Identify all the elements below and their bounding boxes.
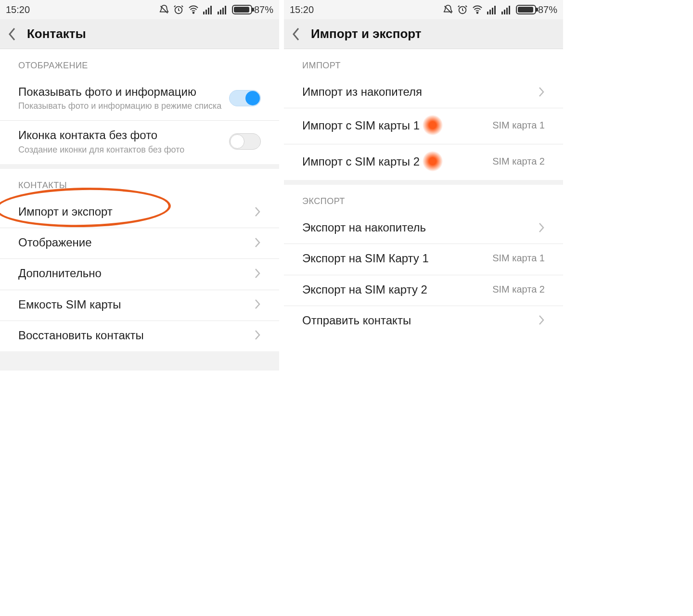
section-display: ОТОБРАЖЕНИЕ (0, 49, 279, 77)
status-bar: 15:20 87% (284, 0, 563, 19)
header: Импорт и экспорт (284, 19, 563, 49)
back-icon[interactable] (292, 27, 300, 41)
row-title: Емкость SIM карты (18, 297, 247, 312)
row-value: SIM карта 2 (492, 156, 545, 167)
chevron-right-icon (254, 329, 261, 341)
section-export: ЭКСПОРТ (284, 185, 563, 213)
page-title: Контакты (27, 26, 86, 41)
row-show-photo[interactable]: Показывать фото и информацию Показывать … (0, 77, 279, 121)
section-contacts: КОНТАКТЫ (0, 169, 279, 197)
status-bar: 15:20 87% (0, 0, 279, 19)
row-send-contacts[interactable]: Отправить контакты (284, 306, 563, 336)
svg-rect-6 (210, 6, 212, 14)
toggle-contact-icon[interactable] (229, 133, 261, 150)
svg-point-2 (193, 12, 194, 13)
row-restore-contacts[interactable]: Восстановить контакты (0, 321, 279, 351)
header: Контакты (0, 19, 279, 49)
row-value: SIM карта 1 (492, 253, 545, 264)
svg-rect-15 (489, 10, 491, 14)
annotation-dot (423, 115, 443, 135)
battery-icon: 87% (232, 4, 273, 15)
chevron-right-icon (538, 86, 545, 98)
chevron-right-icon (538, 314, 545, 326)
screen-contacts: 15:20 87% Контакты ОТОБРАЖЕНИЕ Показыват… (0, 0, 279, 486)
chevron-right-icon (254, 298, 261, 310)
chevron-right-icon (254, 268, 261, 279)
svg-point-13 (477, 12, 478, 13)
svg-rect-9 (222, 8, 224, 14)
row-title: Импорт с SIM карты 1 (302, 118, 420, 133)
svg-rect-20 (506, 8, 508, 14)
battery-percent: 87% (538, 4, 557, 15)
svg-rect-10 (225, 6, 226, 14)
row-export-sim2[interactable]: Экспорт на SIM карту 2 SIM карта 2 (284, 275, 563, 306)
chevron-right-icon (254, 237, 261, 248)
row-value: SIM карта 2 (492, 284, 545, 295)
row-title: Дополнительно (18, 266, 247, 281)
svg-rect-7 (218, 12, 219, 14)
svg-rect-3 (203, 12, 205, 14)
row-import-sim2[interactable]: Импорт с SIM карты 2 SIM карта 2 (284, 144, 563, 180)
row-title: Отправить контакты (302, 313, 531, 328)
row-import-sim1[interactable]: Импорт с SIM карты 1 SIM карта 1 (284, 108, 563, 144)
page-title: Импорт и экспорт (311, 26, 422, 41)
row-title: Отображение (18, 235, 247, 250)
row-title: Экспорт на SIM Карту 1 (302, 251, 492, 266)
wifi-icon (472, 4, 483, 15)
row-title: Импорт с SIM карты 2 (302, 154, 420, 169)
wifi-icon (188, 4, 199, 15)
annotation-dot (423, 151, 443, 171)
svg-rect-17 (494, 6, 496, 14)
screen-import-export: 15:20 87% Импорт и экспорт ИМПОРТ Импорт… (284, 0, 563, 486)
mute-icon (159, 4, 169, 15)
row-advanced[interactable]: Дополнительно (0, 259, 279, 290)
row-title: Восстановить контакты (18, 328, 247, 343)
battery-percent: 87% (254, 4, 273, 15)
svg-rect-19 (504, 10, 505, 14)
status-time: 15:20 (6, 4, 30, 15)
row-sim-capacity[interactable]: Емкость SIM карты (0, 290, 279, 321)
status-icons: 87% (159, 4, 273, 15)
row-import-export[interactable]: Импорт и экспорт (0, 197, 279, 228)
status-icons: 87% (443, 4, 557, 15)
row-title: Показывать фото и информацию (18, 84, 229, 99)
svg-rect-18 (501, 12, 503, 14)
row-subtitle: Показывать фото и информацию в режиме сп… (18, 100, 229, 112)
signal2-icon (218, 5, 228, 14)
section-import: ИМПОРТ (284, 49, 563, 77)
svg-rect-14 (487, 12, 488, 14)
row-title: Импорт и экспорт (18, 204, 247, 219)
alarm-icon (457, 4, 468, 15)
battery-icon: 87% (516, 4, 557, 15)
signal1-icon (203, 5, 214, 14)
chevron-right-icon (254, 206, 261, 218)
svg-rect-5 (208, 8, 209, 14)
row-subtitle: Создание иконки для контактов без фото (18, 144, 229, 155)
row-display-settings[interactable]: Отображение (0, 228, 279, 259)
signal1-icon (487, 5, 498, 14)
back-icon[interactable] (8, 27, 16, 41)
alarm-icon (173, 4, 184, 15)
toggle-show-photo[interactable] (229, 90, 261, 106)
mute-icon (443, 4, 453, 15)
row-title: Экспорт на SIM карту 2 (302, 282, 492, 297)
row-value: SIM карта 1 (492, 120, 545, 131)
row-contact-icon[interactable]: Иконка контакта без фото Создание иконки… (0, 121, 279, 164)
row-export-sim1[interactable]: Экспорт на SIM Карту 1 SIM карта 1 (284, 244, 563, 275)
svg-rect-21 (509, 6, 510, 14)
chevron-right-icon (538, 222, 545, 233)
signal2-icon (501, 5, 512, 14)
status-time: 15:20 (290, 4, 314, 15)
svg-rect-8 (220, 10, 221, 14)
row-title: Иконка контакта без фото (18, 128, 229, 142)
svg-rect-4 (205, 10, 207, 14)
row-export-storage[interactable]: Экспорт на накопитель (284, 213, 563, 244)
row-import-storage[interactable]: Импорт из накопителя (284, 77, 563, 108)
row-title: Импорт из накопителя (302, 84, 531, 99)
row-title: Экспорт на накопитель (302, 220, 531, 235)
svg-rect-16 (492, 8, 493, 14)
